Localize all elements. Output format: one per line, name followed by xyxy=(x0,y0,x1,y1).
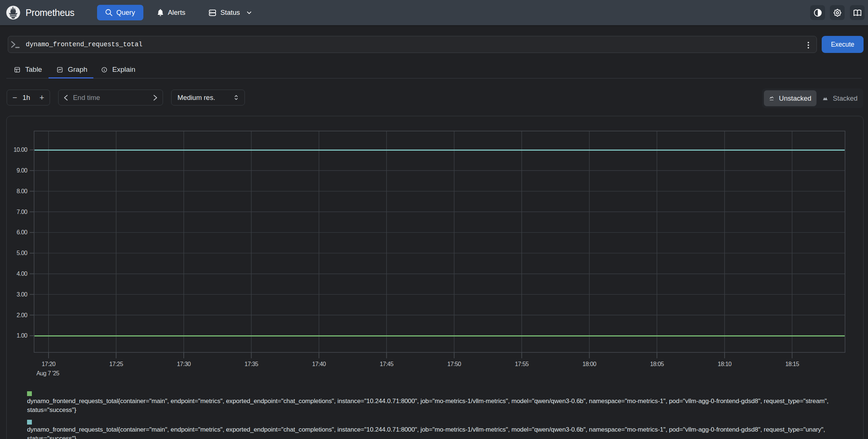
svg-text:17:35: 17:35 xyxy=(245,361,259,367)
svg-text:17:40: 17:40 xyxy=(312,361,326,367)
svg-text:6.00: 6.00 xyxy=(17,229,27,235)
svg-text:8.00: 8.00 xyxy=(17,188,27,194)
svg-text:2.00: 2.00 xyxy=(17,312,27,318)
svg-text:17:50: 17:50 xyxy=(447,361,461,367)
svg-text:17:20: 17:20 xyxy=(41,361,56,367)
svg-text:18:10: 18:10 xyxy=(718,361,732,367)
svg-text:Aug 7 '25: Aug 7 '25 xyxy=(36,370,59,376)
svg-text:1.00: 1.00 xyxy=(17,332,27,339)
svg-text:18:00: 18:00 xyxy=(582,361,596,367)
svg-text:17:30: 17:30 xyxy=(177,361,191,367)
svg-text:5.00: 5.00 xyxy=(17,250,27,256)
svg-text:17:55: 17:55 xyxy=(515,361,529,367)
svg-text:17:25: 17:25 xyxy=(109,361,123,367)
svg-text:18:05: 18:05 xyxy=(650,361,664,367)
svg-text:10.00: 10.00 xyxy=(13,147,27,153)
svg-text:17:45: 17:45 xyxy=(380,361,394,367)
svg-text:4.00: 4.00 xyxy=(17,271,27,277)
svg-text:7.00: 7.00 xyxy=(17,209,27,215)
svg-text:9.00: 9.00 xyxy=(17,167,27,174)
svg-text:18:15: 18:15 xyxy=(785,361,799,367)
svg-text:3.00: 3.00 xyxy=(17,291,27,298)
